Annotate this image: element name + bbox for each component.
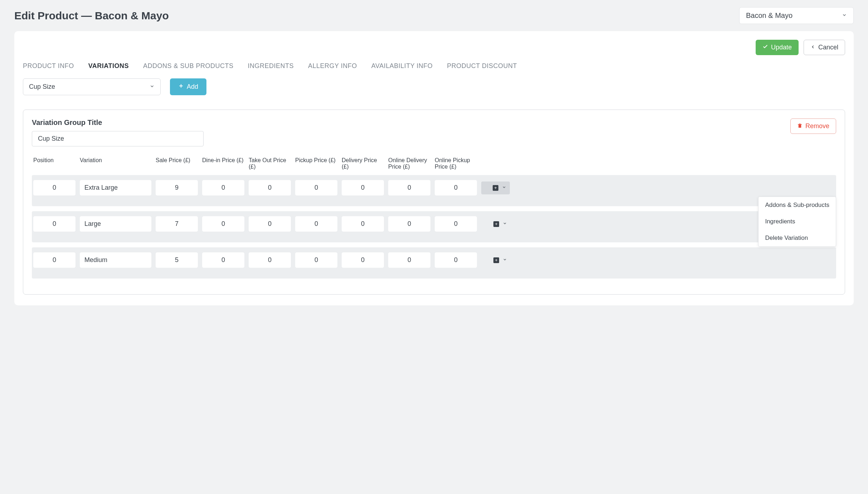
chevron-down-icon — [502, 185, 506, 190]
col-variation: Variation — [80, 157, 151, 164]
takeout-price-input[interactable] — [249, 216, 291, 232]
variation-type-value: Cup Size — [29, 83, 55, 91]
variation-name-input[interactable] — [80, 252, 151, 268]
menu-ingredients[interactable]: Ingredients — [759, 213, 836, 230]
remove-group-button[interactable]: Remove — [790, 118, 836, 134]
product-select[interactable]: Bacon & Mayo — [739, 7, 854, 24]
sale-price-input[interactable] — [156, 180, 198, 195]
chevron-left-icon — [810, 44, 815, 51]
add-button-label: Add — [187, 83, 198, 91]
menu-delete-variation[interactable]: Delete Variation — [759, 230, 836, 246]
chevron-down-icon — [842, 13, 847, 19]
tab-discount[interactable]: PRODUCT DISCOUNT — [447, 62, 517, 70]
col-position: Position — [33, 157, 75, 164]
tab-addons[interactable]: ADDONS & SUB PRODUCTS — [143, 62, 234, 70]
dinein-price-input[interactable] — [202, 252, 244, 268]
delivery-price-input[interactable] — [342, 180, 384, 195]
pickup-price-input[interactable] — [295, 216, 337, 232]
add-variation-button[interactable]: Add — [170, 78, 206, 95]
col-sale: Sale Price (£) — [156, 157, 198, 164]
plus-box-icon: + — [493, 221, 499, 227]
row-actions-toggle[interactable]: + — [481, 181, 510, 194]
plus-box-icon: + — [493, 257, 499, 263]
pickup-price-input[interactable] — [295, 180, 337, 195]
position-input[interactable] — [33, 216, 75, 232]
page-title: Edit Product — Bacon & Mayo — [14, 10, 169, 22]
col-takeout: Take Out Price (£) — [249, 157, 291, 170]
table-row: + — [32, 211, 836, 242]
row-actions-menu: Addons & Sub-products Ingredients Delete… — [758, 197, 836, 247]
online-pickup-price-input[interactable] — [435, 252, 477, 268]
chevron-down-icon — [150, 84, 155, 90]
sale-price-input[interactable] — [156, 216, 198, 232]
pickup-price-input[interactable] — [295, 252, 337, 268]
cancel-button-label: Cancel — [818, 44, 838, 51]
group-title-label: Variation Group Title — [32, 118, 204, 127]
col-online-delivery: Online Delivery Price (£) — [388, 157, 430, 170]
col-online-pickup: Online Pickup Price (£) — [435, 157, 477, 170]
tab-variations[interactable]: VARIATIONS — [88, 62, 129, 70]
dinein-price-input[interactable] — [202, 180, 244, 195]
tab-availability[interactable]: AVAILABILITY INFO — [371, 62, 433, 70]
variation-name-input[interactable] — [80, 216, 151, 232]
delivery-price-input[interactable] — [342, 216, 384, 232]
online-delivery-price-input[interactable] — [388, 180, 430, 195]
tabs: PRODUCT INFO VARIATIONS ADDONS & SUB PRO… — [23, 62, 845, 70]
col-pickup: Pickup Price (£) — [295, 157, 337, 164]
check-icon — [762, 44, 768, 51]
dinein-price-input[interactable] — [202, 216, 244, 232]
chevron-down-icon — [503, 221, 507, 227]
tab-allergy[interactable]: ALLERGY INFO — [308, 62, 357, 70]
tab-product-info[interactable]: PRODUCT INFO — [23, 62, 74, 70]
cancel-button[interactable]: Cancel — [804, 40, 845, 55]
product-select-value: Bacon & Mayo — [746, 11, 793, 20]
update-button[interactable]: Update — [756, 40, 799, 55]
col-delivery: Delivery Price (£) — [342, 157, 384, 170]
online-pickup-price-input[interactable] — [435, 180, 477, 195]
chevron-down-icon — [503, 257, 507, 263]
menu-addons[interactable]: Addons & Sub-products — [759, 197, 836, 213]
online-pickup-price-input[interactable] — [435, 216, 477, 232]
group-title-input[interactable] — [32, 131, 204, 146]
takeout-price-input[interactable] — [249, 180, 291, 195]
plus-box-icon: + — [493, 185, 498, 191]
online-delivery-price-input[interactable] — [388, 216, 430, 232]
variation-type-select[interactable]: Cup Size — [23, 78, 161, 95]
trash-icon — [797, 122, 803, 130]
row-actions-toggle[interactable]: + — [481, 257, 510, 263]
table-row: + Addons & Sub-products Ingredients Dele… — [32, 175, 836, 206]
sale-price-input[interactable] — [156, 252, 198, 268]
col-dinein: Dine-in Price (£) — [202, 157, 244, 164]
position-input[interactable] — [33, 252, 75, 268]
plus-icon — [178, 83, 184, 91]
remove-button-label: Remove — [805, 122, 829, 130]
delivery-price-input[interactable] — [342, 252, 384, 268]
table-row: + — [32, 247, 836, 279]
update-button-label: Update — [771, 44, 792, 51]
tab-ingredients[interactable]: INGREDIENTS — [248, 62, 294, 70]
position-input[interactable] — [33, 180, 75, 195]
variation-name-input[interactable] — [80, 180, 151, 195]
online-delivery-price-input[interactable] — [388, 252, 430, 268]
takeout-price-input[interactable] — [249, 252, 291, 268]
row-actions-toggle[interactable]: + — [481, 221, 510, 227]
